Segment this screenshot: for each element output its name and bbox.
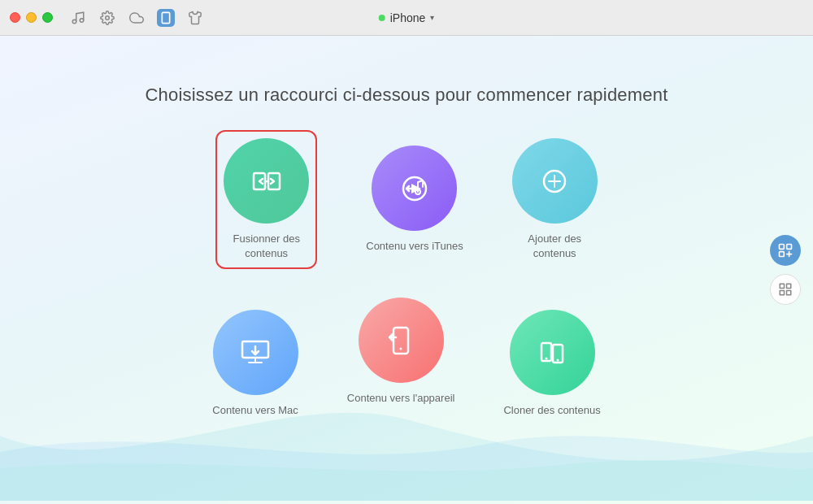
shortcut-fusionner[interactable]: Fusionner descontenus bbox=[215, 130, 317, 269]
device-name: iPhone bbox=[390, 11, 426, 24]
device-selector[interactable]: iPhone ▾ bbox=[379, 11, 435, 24]
shortcut-label-cloner: Cloner des contenus bbox=[503, 403, 600, 418]
shortcut-label-appareil: Contenu vers l'appareil bbox=[347, 391, 455, 406]
svg-point-1 bbox=[80, 18, 84, 22]
shortcuts-row-2: Contenu vers Mac Contenu vers l'appareil bbox=[212, 285, 600, 418]
transfer-sidebar-button[interactable] bbox=[770, 235, 801, 266]
grid-sidebar-button[interactable] bbox=[770, 274, 801, 305]
shortcut-itunes[interactable]: Contenu vers iTunes bbox=[366, 146, 463, 254]
svg-rect-22 bbox=[780, 252, 785, 257]
shortcut-circle-cloner bbox=[510, 310, 595, 395]
shortcut-circle-fusionner bbox=[224, 138, 309, 224]
shortcut-ajouter[interactable]: Ajouter descontenus bbox=[512, 138, 598, 261]
settings-icon[interactable] bbox=[98, 9, 116, 27]
shortcut-cloner[interactable]: Cloner des contenus bbox=[503, 310, 600, 418]
shortcut-circle-appareil bbox=[359, 298, 444, 383]
shortcut-label-fusionner: Fusionner descontenus bbox=[233, 232, 300, 261]
titlebar: iPhone ▾ bbox=[0, 0, 813, 36]
svg-rect-20 bbox=[780, 245, 785, 250]
shortcuts-row-1: Fusionner descontenus Contenu vers iTune… bbox=[215, 130, 597, 269]
cloud-icon[interactable] bbox=[128, 9, 146, 27]
svg-point-2 bbox=[106, 15, 110, 20]
main-content: Choisissez un raccourci ci-dessous pour … bbox=[0, 36, 813, 504]
device-icon[interactable] bbox=[157, 9, 175, 27]
shortcut-circle-itunes bbox=[372, 146, 457, 231]
minimize-button[interactable] bbox=[26, 12, 37, 23]
svg-rect-21 bbox=[787, 245, 792, 250]
music-icon[interactable] bbox=[69, 9, 87, 27]
traffic-lights bbox=[10, 12, 53, 23]
shortcuts-grid: Fusionner descontenus Contenu vers iTune… bbox=[212, 130, 600, 419]
shortcut-circle-mac bbox=[213, 310, 298, 395]
shortcut-mac[interactable]: Contenu vers Mac bbox=[212, 310, 298, 418]
chevron-down-icon: ▾ bbox=[430, 13, 434, 22]
titlebar-icons bbox=[69, 9, 204, 27]
shortcut-label-mac: Contenu vers Mac bbox=[212, 403, 298, 418]
maximize-button[interactable] bbox=[42, 12, 53, 23]
svg-rect-25 bbox=[780, 291, 784, 295]
shortcut-label-ajouter: Ajouter descontenus bbox=[528, 232, 581, 261]
shortcut-circle-ajouter bbox=[512, 138, 598, 224]
svg-rect-26 bbox=[787, 291, 791, 295]
right-sidebar bbox=[770, 235, 801, 305]
apparel-icon[interactable] bbox=[186, 9, 204, 27]
svg-rect-24 bbox=[787, 284, 791, 288]
page-title: Choisissez un raccourci ci-dessous pour … bbox=[146, 85, 668, 106]
shortcut-appareil[interactable]: Contenu vers l'appareil bbox=[347, 298, 455, 406]
shortcut-label-itunes: Contenu vers iTunes bbox=[366, 239, 463, 254]
svg-point-0 bbox=[72, 20, 76, 24]
svg-rect-23 bbox=[780, 284, 784, 288]
device-status-dot bbox=[379, 15, 385, 21]
close-button[interactable] bbox=[10, 12, 20, 23]
